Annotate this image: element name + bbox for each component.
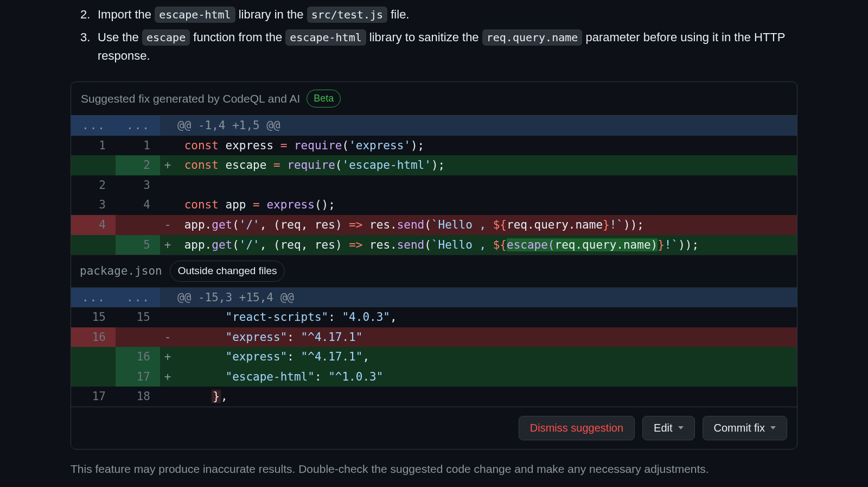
code-line: app.get('/', (req, res) => res.send(`Hel… bbox=[175, 215, 797, 235]
instruction-text: file. bbox=[387, 8, 409, 21]
edit-button[interactable]: Edit bbox=[642, 416, 694, 440]
code-line: "escape-html": "^1.0.3" bbox=[175, 367, 797, 387]
diff-line: 15 15 "react-scripts": "4.0.3", bbox=[71, 307, 797, 327]
add-marker: + bbox=[160, 235, 175, 255]
expand-icon[interactable]: ... bbox=[71, 116, 116, 136]
instruction-text: Use the bbox=[98, 30, 142, 44]
code-line: const app = express(); bbox=[175, 195, 797, 215]
new-lineno: 5 bbox=[116, 235, 160, 255]
old-lineno: 4 bbox=[71, 215, 116, 235]
instruction-item-3: 3. Use the escape function from the esca… bbox=[92, 28, 797, 65]
footer-disclaimer: This feature may produce inaccurate resu… bbox=[71, 460, 797, 478]
code-escape: escape bbox=[142, 29, 190, 46]
hunk-header: ... ... @@ -1,4 +1,5 @@ bbox=[71, 116, 797, 136]
diff-line: 3 4 const app = express(); bbox=[71, 195, 797, 215]
instruction-item-2: 2. Import the escape-html library in the… bbox=[92, 5, 797, 24]
new-lineno: 16 bbox=[116, 347, 160, 367]
code-escape-html: escape-html bbox=[285, 29, 366, 46]
diff-line: 1 1 const express = require('express'); bbox=[71, 136, 797, 156]
add-marker: + bbox=[160, 367, 175, 387]
chevron-down-icon bbox=[770, 426, 776, 429]
new-lineno: 3 bbox=[116, 175, 160, 195]
chevron-down-icon bbox=[678, 426, 684, 429]
diff-line-added: 17 + "escape-html": "^1.0.3" bbox=[71, 367, 797, 387]
new-lineno: 1 bbox=[116, 136, 160, 156]
list-number: 2. bbox=[80, 5, 90, 24]
expand-icon[interactable]: ... bbox=[116, 288, 160, 308]
file-separator: package.json Outside changed files bbox=[71, 255, 797, 288]
instruction-text: library to sanitize the bbox=[366, 30, 482, 44]
diff-line: 2 3 bbox=[71, 175, 797, 195]
del-marker: - bbox=[160, 215, 175, 235]
instruction-text: library in the bbox=[235, 8, 307, 21]
outside-changed-files-badge: Outside changed files bbox=[170, 261, 285, 282]
add-marker: + bbox=[160, 347, 175, 367]
new-lineno: 15 bbox=[116, 307, 160, 327]
old-lineno: 2 bbox=[71, 175, 116, 195]
expand-icon[interactable]: ... bbox=[116, 116, 160, 136]
new-lineno: 4 bbox=[116, 195, 160, 215]
filename: package.json bbox=[80, 263, 162, 280]
code-line: "express": "^4.17.1" bbox=[175, 327, 797, 347]
diff-line-removed: 4 - app.get('/', (req, res) => res.send(… bbox=[71, 215, 797, 235]
panel-footer: Dismiss suggestion Edit Commit fix bbox=[71, 407, 797, 449]
old-lineno: 16 bbox=[71, 327, 116, 347]
new-lineno: 17 bbox=[116, 367, 160, 387]
old-lineno: 15 bbox=[71, 307, 116, 327]
old-lineno: 17 bbox=[71, 387, 116, 407]
diff-table-file1: ... ... @@ -1,4 +1,5 @@ 1 1 const expres… bbox=[71, 116, 797, 255]
expand-icon[interactable]: ... bbox=[71, 288, 116, 308]
instruction-text: Import the bbox=[98, 8, 155, 21]
dismiss-suggestion-button[interactable]: Dismiss suggestion bbox=[519, 416, 635, 440]
new-lineno: 18 bbox=[116, 387, 160, 407]
instruction-list: 2. Import the escape-html library in the… bbox=[71, 5, 797, 65]
diff-line-added: 2 + const escape = require('escape-html'… bbox=[71, 155, 797, 175]
list-number: 3. bbox=[80, 28, 90, 47]
del-marker: - bbox=[160, 327, 175, 347]
diff-line-added: 5 + app.get('/', (req, res) => res.send(… bbox=[71, 235, 797, 255]
diff-line-added: 16 + "express": "^4.17.1", bbox=[71, 347, 797, 367]
hunk-text: @@ -15,3 +15,4 @@ bbox=[175, 288, 797, 308]
hunk-header: ... ... @@ -15,3 +15,4 @@ bbox=[71, 288, 797, 308]
old-lineno: 1 bbox=[71, 136, 116, 156]
diff-table-file2: ... ... @@ -15,3 +15,4 @@ 15 15 "react-s… bbox=[71, 288, 797, 407]
diff-line: 17 18 }, bbox=[71, 387, 797, 407]
add-marker: + bbox=[160, 155, 175, 175]
code-escape-html: escape-html bbox=[155, 7, 235, 23]
beta-badge: Beta bbox=[307, 90, 341, 107]
hunk-text: @@ -1,4 +1,5 @@ bbox=[175, 116, 797, 136]
code-req-query-name: req.query.name bbox=[482, 29, 583, 46]
code-line: const express = require('express'); bbox=[175, 136, 797, 156]
diff-line-removed: 16 - "express": "^4.17.1" bbox=[71, 327, 797, 347]
panel-header: Suggested fix generated by CodeQL and AI… bbox=[71, 82, 797, 116]
code-src-test-js: src/test.js bbox=[307, 7, 387, 23]
code-line: const escape = require('escape-html'); bbox=[175, 155, 797, 175]
old-lineno: 3 bbox=[71, 195, 116, 215]
suggested-fix-panel: Suggested fix generated by CodeQL and AI… bbox=[71, 81, 797, 450]
code-line: }, bbox=[175, 387, 797, 407]
commit-fix-button[interactable]: Commit fix bbox=[703, 416, 787, 440]
code-line: "react-scripts": "4.0.3", bbox=[175, 307, 797, 327]
code-line: "express": "^4.17.1", bbox=[175, 347, 797, 367]
new-lineno: 2 bbox=[116, 155, 160, 175]
code-line: app.get('/', (req, res) => res.send(`Hel… bbox=[175, 235, 797, 255]
panel-title: Suggested fix generated by CodeQL and AI bbox=[81, 90, 300, 107]
instruction-text: function from the bbox=[190, 30, 285, 44]
